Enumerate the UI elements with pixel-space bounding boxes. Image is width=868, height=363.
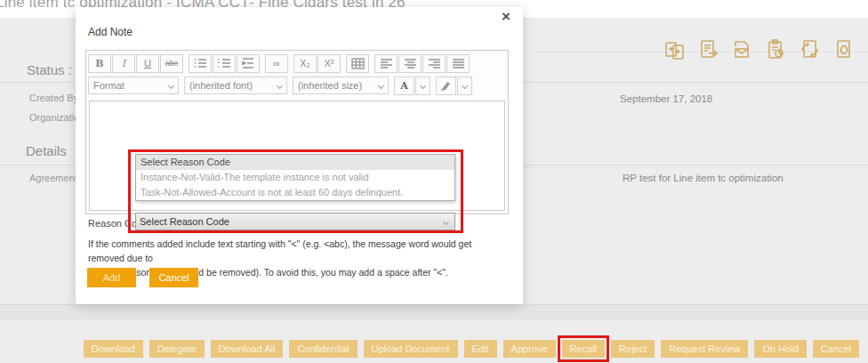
font-select[interactable]: (inherited font): [184, 77, 287, 94]
chevron-down-icon: [378, 82, 384, 88]
bullet-list-button[interactable]: [189, 54, 212, 73]
confidential-button[interactable]: Confidential: [289, 340, 357, 358]
modal-title: Add Note: [88, 26, 133, 38]
editor-toolbar-row1: B I U abc ∞ X₂ X²: [86, 51, 508, 73]
download-all-button[interactable]: Download All: [211, 340, 284, 358]
created-date-value: September 17, 2018: [620, 93, 712, 104]
delegate-button[interactable]: Delegate: [149, 340, 205, 358]
status-heading: Status :: [27, 62, 72, 77]
align-left-icon[interactable]: [374, 54, 398, 73]
dropdown-option-select-reason-code[interactable]: Select Reason Code: [136, 155, 454, 170]
format-select[interactable]: Format: [88, 77, 179, 94]
details-heading: Details: [26, 143, 67, 158]
screen: Status : Created By Organization Details…: [0, 0, 868, 363]
italic-button[interactable]: I: [112, 54, 135, 73]
bold-button[interactable]: B: [88, 54, 111, 73]
copy-document-icon[interactable]: [663, 38, 687, 61]
footer-action-bar: Download Delegate Download All Confident…: [84, 340, 859, 358]
agreement-label: Agreement: [29, 173, 77, 183]
superscript-button[interactable]: X²: [317, 54, 341, 73]
report-clipboard-icon[interactable]: [765, 38, 788, 61]
insert-table-icon[interactable]: [346, 54, 369, 73]
size-select[interactable]: (inherited size): [293, 77, 389, 94]
cancel-action-button[interactable]: Cancel: [813, 340, 859, 358]
reject-button[interactable]: Reject: [611, 340, 655, 358]
numbered-list-button[interactable]: [213, 54, 236, 73]
dropdown-option-instance-not-valid[interactable]: Instance-Not-Valid-The template instance…: [136, 170, 454, 185]
send-document-icon[interactable]: [731, 38, 754, 61]
indent-button[interactable]: [237, 54, 260, 73]
add-button[interactable]: Add: [87, 268, 136, 287]
chevron-down-icon: [277, 82, 283, 88]
subscript-button[interactable]: X₂: [293, 54, 317, 73]
transfer-document-icon[interactable]: [799, 38, 822, 61]
strikethrough-button[interactable]: abc: [160, 54, 183, 73]
chevron-down-icon: [168, 82, 174, 88]
edit-button[interactable]: Edit: [464, 340, 497, 358]
align-right-icon[interactable]: [422, 54, 446, 73]
highlight-color-icon[interactable]: [436, 77, 456, 95]
link-icon[interactable]: ∞: [265, 54, 288, 73]
editor-toolbar-row2: Format (inherited font) (inherited size)…: [86, 73, 508, 95]
on-hold-button[interactable]: On Hold: [754, 340, 806, 358]
text-color-button[interactable]: A: [394, 77, 414, 95]
agreement-value: RP test for Line item tc optimization: [623, 173, 784, 183]
warning-line-1: If the comments added include text start…: [88, 238, 502, 266]
modal-shadow-band: [0, 304, 868, 319]
download-button[interactable]: Download: [84, 340, 143, 358]
request-review-button[interactable]: Request Review: [661, 340, 748, 358]
approve-button[interactable]: Approve: [503, 340, 556, 358]
recall-button-highlighted[interactable]: Recall: [562, 340, 606, 358]
reason-code-dropdown-list: Select Reason Code Instance-Not-Valid-Th…: [135, 154, 455, 201]
dropdown-option-task-not-allowed[interactable]: Task-Not-Allowed-Account is not at least…: [136, 185, 454, 200]
underline-button[interactable]: U: [136, 54, 159, 73]
upload-document-button[interactable]: Upload Document: [364, 340, 458, 358]
reason-code-select[interactable]: Select Reason Code: [135, 213, 455, 230]
chevron-down-icon: [443, 218, 449, 224]
text-color-dropdown[interactable]: [415, 77, 430, 95]
align-center-icon[interactable]: [398, 54, 422, 73]
close-icon[interactable]: ×: [502, 8, 510, 26]
add-note-modal: × Add Note B I U abc ∞ X₂ X²: [76, 7, 523, 304]
highlight-color-dropdown[interactable]: [457, 77, 472, 95]
link-document-icon[interactable]: [832, 38, 856, 61]
header-icon-toolbar: [663, 38, 856, 61]
cancel-button[interactable]: Cancel: [149, 268, 198, 287]
justify-icon[interactable]: [446, 54, 470, 73]
created-by-label: Created By: [29, 93, 78, 103]
export-document-icon[interactable]: [697, 38, 720, 61]
